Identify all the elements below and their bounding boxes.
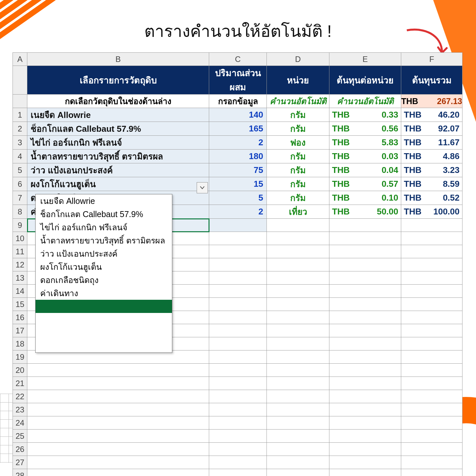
cell-cost[interactable] (329, 258, 401, 271)
cell-total[interactable] (401, 456, 462, 469)
cell-name[interactable] (27, 403, 209, 416)
cell-total[interactable] (401, 258, 462, 271)
dropdown-blank-3[interactable] (36, 339, 172, 352)
cell-qty[interactable]: 2 (209, 136, 267, 150)
dropdown-highlight[interactable] (36, 300, 172, 313)
cell-unit[interactable] (267, 469, 329, 476)
cell-name[interactable] (27, 364, 209, 377)
row-number[interactable]: 23 (13, 403, 27, 416)
col-C[interactable]: C (209, 53, 267, 66)
cell-total[interactable]: THB92.07 (401, 122, 462, 136)
cell-unit[interactable] (267, 430, 329, 443)
cell-qty[interactable] (209, 219, 267, 232)
cell-name[interactable]: เนยจืด Allowrie (27, 108, 209, 122)
cell-unit[interactable] (267, 364, 329, 377)
cell-qty[interactable] (209, 258, 267, 271)
cell-name[interactable] (27, 390, 209, 403)
cell-cost[interactable] (329, 337, 401, 350)
cell-total[interactable] (401, 430, 462, 443)
cell-total[interactable]: THB3.23 (401, 163, 462, 177)
cell-cost[interactable] (329, 350, 401, 364)
cell-total[interactable]: THB100.00 (401, 205, 462, 219)
cell-unit[interactable]: กรัม (267, 177, 329, 191)
row-number[interactable]: 1 (13, 108, 27, 122)
cell-cost[interactable] (329, 232, 401, 245)
cell-name[interactable] (27, 377, 209, 390)
cell-total[interactable] (401, 311, 462, 324)
cell-qty[interactable] (209, 377, 267, 390)
cell-qty[interactable] (209, 430, 267, 443)
cell-unit[interactable] (267, 258, 329, 271)
cell-unit[interactable] (267, 271, 329, 285)
cell-unit[interactable]: กรัม (267, 163, 329, 177)
dropdown-option[interactable]: ช็อกโกแลต Callebaut 57.9% (36, 208, 172, 221)
cell-total[interactable] (401, 469, 462, 476)
cell-qty[interactable] (209, 232, 267, 245)
cell-qty[interactable]: 140 (209, 108, 267, 122)
cell-qty[interactable]: 75 (209, 163, 267, 177)
cell-qty[interactable] (209, 350, 267, 364)
cell-cost[interactable] (329, 271, 401, 285)
cell-qty[interactable] (209, 443, 267, 456)
cell-total[interactable]: THB4.86 (401, 150, 462, 163)
cell-name[interactable]: ผงโกโก้แวนฮูเต็น (27, 177, 209, 191)
dropdown-option[interactable]: ดอกเกลือชนิดถุง (36, 273, 172, 287)
cell-total[interactable] (401, 377, 462, 390)
cell-qty[interactable] (209, 285, 267, 298)
cell-qty[interactable] (209, 403, 267, 416)
row-number[interactable]: 6 (13, 177, 27, 191)
row-number[interactable]: 11 (13, 245, 27, 258)
row-number[interactable]: 13 (13, 271, 27, 285)
cell-unit[interactable]: กรัม (267, 150, 329, 163)
cell-cost[interactable] (329, 377, 401, 390)
cell-qty[interactable] (209, 364, 267, 377)
cell-unit[interactable] (267, 456, 329, 469)
cell-cost[interactable] (329, 390, 401, 403)
cell-total[interactable] (401, 364, 462, 377)
cell-qty[interactable]: 165 (209, 122, 267, 136)
cell-unit[interactable] (267, 350, 329, 364)
row-number[interactable]: 7 (13, 191, 27, 205)
row-number[interactable]: 20 (13, 364, 27, 377)
cell-cost[interactable] (329, 456, 401, 469)
cell-total[interactable] (401, 337, 462, 350)
cell-total[interactable] (401, 416, 462, 430)
cell-total[interactable] (401, 245, 462, 258)
cell-qty[interactable]: 15 (209, 177, 267, 191)
row-number[interactable]: 9 (13, 219, 27, 232)
cell-cost[interactable] (329, 245, 401, 258)
cell-total[interactable]: THB0.52 (401, 191, 462, 205)
cell-total[interactable] (401, 324, 462, 337)
row-number[interactable]: 5 (13, 163, 27, 177)
cell-unit[interactable]: กรัม (267, 108, 329, 122)
row-number[interactable]: 26 (13, 443, 27, 456)
cell-qty[interactable] (209, 311, 267, 324)
dropdown-blank-2[interactable] (36, 326, 172, 339)
cell-name[interactable] (27, 469, 209, 476)
row-number[interactable]: 27 (13, 456, 27, 469)
cell-total[interactable]: THB8.59 (401, 177, 462, 191)
cell-cost[interactable]: THB0.57 (329, 177, 401, 191)
cell-cost[interactable] (329, 219, 401, 232)
row-number[interactable]: 21 (13, 377, 27, 390)
cell-qty[interactable]: 2 (209, 205, 267, 219)
cell-cost[interactable] (329, 403, 401, 416)
cell-cost[interactable]: THB0.33 (329, 108, 401, 122)
dropdown-option[interactable]: ค่าเดินทาง (36, 287, 172, 300)
row-number[interactable]: 15 (13, 298, 27, 311)
dropdown-blank-1[interactable] (36, 313, 172, 326)
cell-cost[interactable] (329, 311, 401, 324)
cell-qty[interactable] (209, 390, 267, 403)
dropdown-option[interactable]: ว่าว แป้งเอนกประสงค์ (36, 247, 172, 260)
col-B[interactable]: B (27, 53, 209, 66)
cell-cost[interactable]: THB0.04 (329, 163, 401, 177)
cell-name[interactable]: ไข่ไก่ ออร์แกนิก ฟรีเลนจ์ (27, 136, 209, 150)
dropdown-option[interactable]: เนยจืด Allowrie (36, 194, 172, 208)
cell-cost[interactable] (329, 298, 401, 311)
cell-cost[interactable] (329, 416, 401, 430)
row-number[interactable]: 28 (13, 469, 27, 476)
cell-unit[interactable] (267, 298, 329, 311)
cell-total[interactable] (401, 403, 462, 416)
cell-total[interactable] (401, 219, 462, 232)
row-number[interactable]: 25 (13, 430, 27, 443)
